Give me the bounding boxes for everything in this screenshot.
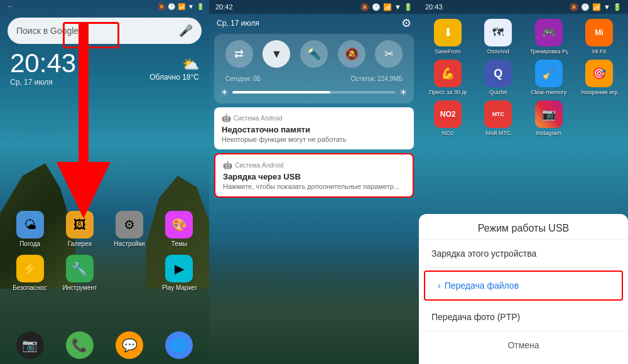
wifi-icon: ▼	[188, 3, 194, 10]
gallery-app-label: Галерея	[68, 240, 92, 247]
dock-phone[interactable]: 📞	[62, 331, 97, 359]
empty-slot-icon	[116, 259, 143, 287]
android-icon-1: 🤖	[222, 114, 231, 122]
tile-wifi[interactable]: ▼	[263, 40, 290, 68]
app-gameboost[interactable]: 🎯 Ускорение игр	[577, 60, 622, 95]
notif-card-usb[interactable]: 🤖 Система Android Зарядка через USB Нажм…	[214, 153, 414, 198]
brightness-row: ☀ ☀	[220, 87, 408, 97]
phone-icon: 📞	[66, 331, 94, 359]
app-press[interactable]: 💪 Пресс за 30 дней	[425, 60, 470, 95]
mymts-label: Мой МТС	[486, 130, 511, 136]
notif1-source-label: Система Android	[234, 115, 283, 122]
gameboost-label: Ускорение игр	[580, 89, 618, 95]
mic-icon[interactable]: 🎤	[179, 24, 193, 38]
themes-app-icon: 🎨	[165, 211, 193, 238]
app-gallery[interactable]: 🖼 Галерея	[62, 211, 97, 247]
brightness-fill	[232, 91, 330, 94]
notif-date: Ср, 17 июля	[217, 19, 259, 28]
quick-tiles-panel: ⇄ ▼ 🔦 🔕 ✂ Сегодня: 0Б Остаток: 224,9МБ ☀…	[214, 34, 414, 104]
dialog-title: Режим работы USB	[419, 214, 628, 240]
dock-row: 📷 📞 💬 🌐	[0, 326, 209, 364]
security-app-icon: ⚡	[16, 255, 44, 282]
app-themes[interactable]: 🎨 Темы	[162, 211, 197, 247]
app-settings[interactable]: ⚙ Настройки	[112, 211, 147, 247]
training-icon: 🎮	[535, 19, 563, 46]
current-date: Ср, 17 июля	[10, 78, 76, 87]
no2-icon: NO2	[434, 100, 462, 128]
dialog-option-ptp[interactable]: Передача фото (PTP)	[419, 303, 628, 331]
tile-network[interactable]: ⇄	[225, 40, 253, 68]
tools-app-label: Инструменты	[62, 284, 97, 291]
app-osmand[interactable]: 🗺 OsmAnd	[475, 19, 521, 55]
quizlet-label: Quizlet	[489, 89, 507, 95]
dialog-option-charge[interactable]: Зарядка этого устройства	[419, 240, 628, 268]
signal-icon-p2: 📶	[383, 3, 392, 11]
app-play[interactable]: ▶ Play Маркет	[162, 255, 197, 291]
data-usage-row: Сегодня: 0Б Остаток: 224,9МБ	[220, 73, 408, 85]
notif1-title: Недостаточно памяти	[222, 125, 406, 134]
panel3-time: 20:43	[425, 3, 443, 11]
app-savefrom[interactable]: ⬇ SaveFrom	[425, 19, 470, 55]
app-tools[interactable]: 🔧 Инструменты	[62, 255, 97, 291]
play-app-icon: ▶	[165, 255, 193, 282]
notif-header: Ср, 17 июля ⚙	[209, 14, 419, 34]
app-instagram[interactable]: 📷 Instagram	[526, 100, 571, 136]
no2-label: NO2	[442, 130, 454, 136]
clock-icon: 🕐	[168, 3, 175, 10]
dock-messages[interactable]: 💬	[112, 331, 147, 359]
usb-dialog: Режим работы USB Зарядка этого устройств…	[419, 214, 628, 364]
tile-silent[interactable]: 🔕	[338, 40, 365, 68]
press-icon: 💪	[434, 60, 462, 87]
app-empty2	[577, 100, 622, 136]
settings-app-icon: ⚙	[116, 211, 143, 238]
notif-card-memory[interactable]: 🤖 Система Android Недостаточно памяти Не…	[214, 107, 414, 149]
clearmemory-icon: 🧹	[535, 60, 563, 87]
quizlet-icon: Q	[484, 60, 512, 87]
wifi-icon-p2: ▼	[394, 3, 401, 11]
browser-icon: 🌐	[165, 331, 193, 359]
brightness-high-icon: ☀	[399, 87, 408, 97]
status-bar-panel1: ··· 🔕 🕐 📶 ▼ 🔋	[0, 0, 209, 13]
silent-icon: 🔕	[158, 3, 165, 10]
gallery-app-icon: 🖼	[66, 211, 94, 238]
app-security[interactable]: ⚡ Безопасность	[13, 255, 47, 291]
notif-time: 20:42	[215, 3, 233, 11]
weather-app-icon: 🌤	[16, 211, 44, 238]
tiles-row: ⇄ ▼ 🔦 🔕 ✂	[220, 40, 408, 68]
app-no2[interactable]: NO2 NO2	[425, 100, 470, 136]
app-empty	[112, 259, 147, 287]
signal-dots: ···	[8, 3, 13, 9]
app-mifit[interactable]: Mi Mi Fit	[577, 19, 622, 55]
settings-app-label: Настройки	[114, 240, 145, 247]
tile-screenshot[interactable]: ✂	[375, 40, 403, 68]
dialog-option-files[interactable]: › Передача файлов	[424, 270, 623, 301]
app-quizlet[interactable]: Q Quizlet	[475, 60, 521, 95]
signal-icon-p3: 📶	[592, 3, 601, 11]
dialog-option-cancel[interactable]: Отмена	[419, 331, 628, 359]
settings-gear-icon[interactable]: ⚙	[401, 16, 411, 30]
app-clearmemory[interactable]: 🧹 Clear-memory	[526, 60, 571, 95]
weather-text: Облачно 18°C	[149, 73, 199, 82]
app-training[interactable]: 🎮 Тренировка Руки	[526, 19, 571, 55]
panel2-bg	[209, 238, 419, 364]
app-mymts[interactable]: МТС Мой МТС	[475, 100, 521, 136]
dock-chrome[interactable]: 🌐	[162, 331, 197, 359]
empty-icon2	[585, 100, 613, 128]
notif1-source: 🤖 Система Android	[222, 114, 406, 122]
messages-icon: 💬	[116, 331, 143, 359]
savefrom-label: SaveFrom	[435, 48, 461, 55]
osmand-label: OsmAnd	[487, 48, 509, 55]
brightness-bar[interactable]	[232, 91, 396, 94]
dock-camera[interactable]: 📷	[13, 331, 47, 359]
current-time: 20:43	[10, 50, 76, 77]
battery-icon-p2: 🔋	[404, 3, 413, 11]
tile-flashlight[interactable]: 🔦	[300, 40, 328, 68]
clock-icon-p2: 🕐	[372, 3, 381, 11]
weather-icon: ⛅	[149, 56, 199, 73]
weather-widget: ⛅ Облачно 18°C	[149, 56, 199, 82]
app-weather[interactable]: 🌤 Погода	[13, 211, 47, 247]
silent-icon-p2: 🔕	[360, 3, 369, 11]
app-grid: ⬇ SaveFrom 🗺 OsmAnd 🎮 Тренировка Руки Mi…	[419, 14, 628, 141]
status-icons-panel2: 🔕 🕐 📶 ▼ 🔋	[360, 3, 413, 11]
osmand-icon: 🗺	[484, 19, 512, 46]
